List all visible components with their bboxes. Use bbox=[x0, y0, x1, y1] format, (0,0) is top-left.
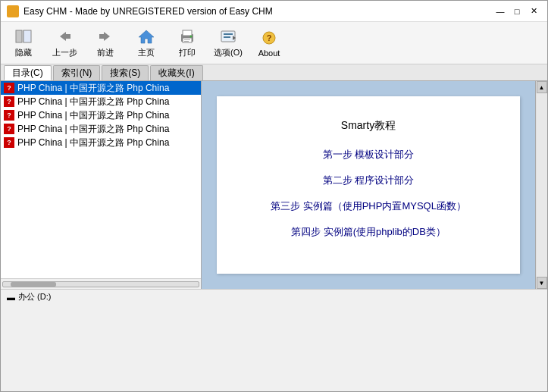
title-text: Easy CHM - Made by UNREGISTERED version … bbox=[7, 5, 273, 17]
content-area: ? PHP China | 中国开源之路 Php China ? PHP Chi… bbox=[1, 81, 547, 289]
list-item[interactable]: ? PHP China | 中国开源之路 Php China bbox=[1, 136, 201, 149]
content-frame: Smarty教程 第一步 模板设计部分 第二步 程序设计部分 第三步 实例篇（使… bbox=[217, 96, 520, 274]
content-link-4[interactable]: 第四步 实例篇(使用phplib的DB类） bbox=[291, 225, 446, 239]
list-item[interactable]: ? PHP China | 中国开源之路 Php China bbox=[1, 122, 201, 136]
maximize-button[interactable]: □ bbox=[509, 5, 525, 17]
tabs-bar: 目录(C) 索引(N) 搜索(S) 收藏夹(I) bbox=[1, 64, 547, 81]
forward-button[interactable]: 前进 bbox=[86, 25, 125, 61]
content-link-2[interactable]: 第二步 程序设计部分 bbox=[323, 174, 415, 187]
title-bar: Easy CHM - Made by UNREGISTERED version … bbox=[1, 1, 547, 22]
status-icon: ▬ bbox=[7, 293, 15, 302]
svg-rect-15 bbox=[224, 33, 233, 35]
svg-rect-0 bbox=[16, 30, 22, 42]
item-icon: ? bbox=[4, 137, 14, 148]
options-button[interactable]: 选项(O) bbox=[208, 25, 248, 61]
content-title: Smarty教程 bbox=[341, 119, 396, 133]
back-label: 上一步 bbox=[52, 47, 77, 58]
hide-icon bbox=[14, 27, 33, 45]
svg-rect-11 bbox=[184, 39, 190, 40]
list-item-text: PHP China | 中国开源之路 Php China bbox=[17, 109, 169, 122]
svg-marker-5 bbox=[104, 32, 110, 41]
svg-rect-9 bbox=[183, 30, 192, 36]
svg-marker-3 bbox=[60, 32, 66, 41]
content-link-1[interactable]: 第一步 模板设计部分 bbox=[323, 148, 415, 162]
item-icon: ? bbox=[4, 124, 14, 134]
print-icon bbox=[178, 27, 196, 45]
list-item[interactable]: ? PHP China | 中国开源之路 Php China bbox=[1, 108, 201, 122]
item-icon: ? bbox=[4, 83, 14, 93]
tab-favorites[interactable]: 收藏夹(I) bbox=[150, 65, 202, 80]
item-icon: ? bbox=[4, 96, 14, 107]
left-scroll[interactable] bbox=[1, 278, 201, 289]
home-button[interactable]: 主页 bbox=[127, 25, 166, 61]
toolbar: 隐藏 上一步 前进 主页 bbox=[1, 22, 547, 64]
list-item[interactable]: ? PHP China | 中国开源之路 Php China bbox=[1, 95, 201, 108]
forward-icon bbox=[96, 27, 114, 45]
list-item-text: PHP China | 中国开源之路 Php China bbox=[17, 136, 169, 149]
scroll-track[interactable] bbox=[537, 93, 547, 277]
options-label: 选项(O) bbox=[214, 47, 243, 58]
list-item[interactable]: ? PHP China | 中国开源之路 Php China bbox=[1, 81, 201, 95]
app-icon bbox=[7, 5, 19, 17]
print-button[interactable]: 打印 bbox=[168, 25, 207, 61]
hide-label: 隐藏 bbox=[15, 47, 32, 58]
svg-rect-16 bbox=[224, 36, 230, 38]
svg-rect-4 bbox=[66, 34, 70, 39]
about-label: About bbox=[258, 49, 280, 58]
status-text: 办公 (D:) bbox=[18, 291, 51, 303]
list-item-text: PHP China | 中国开源之路 Php China bbox=[17, 123, 169, 136]
content-link-3[interactable]: 第三步 实例篇（使用PHP内置MYSQL函数） bbox=[271, 199, 466, 213]
list-item-text: PHP China | 中国开源之路 Php China bbox=[17, 96, 169, 108]
left-panel-list: ? PHP China | 中国开源之路 Php China ? PHP Chi… bbox=[1, 81, 201, 278]
options-icon bbox=[219, 27, 237, 45]
back-button[interactable]: 上一步 bbox=[45, 25, 84, 61]
vertical-scrollbar[interactable]: ▲ ▼ bbox=[535, 81, 547, 289]
svg-rect-12 bbox=[184, 41, 189, 42]
about-icon: ? bbox=[260, 29, 278, 47]
home-icon bbox=[137, 27, 155, 45]
scroll-down-arrow[interactable]: ▼ bbox=[537, 277, 547, 289]
about-button[interactable]: ? About bbox=[249, 25, 289, 61]
close-button[interactable]: ✕ bbox=[526, 5, 541, 17]
svg-rect-6 bbox=[99, 34, 104, 39]
window-title: Easy CHM - Made by UNREGISTERED version … bbox=[23, 6, 273, 17]
scroll-up-arrow[interactable]: ▲ bbox=[537, 81, 547, 93]
svg-text:?: ? bbox=[267, 33, 272, 42]
hide-button[interactable]: 隐藏 bbox=[4, 25, 43, 61]
list-item-text: PHP China | 中国开源之路 Php China bbox=[17, 82, 169, 95]
svg-point-13 bbox=[190, 36, 193, 38]
svg-rect-2 bbox=[23, 30, 31, 42]
status-bar: ▬ 办公 (D:) bbox=[1, 289, 547, 304]
print-label: 打印 bbox=[179, 47, 196, 58]
back-icon bbox=[55, 27, 74, 45]
svg-marker-7 bbox=[139, 30, 154, 43]
minimize-button[interactable]: — bbox=[493, 5, 508, 17]
left-panel: ? PHP China | 中国开源之路 Php China ? PHP Chi… bbox=[1, 81, 202, 289]
tab-search[interactable]: 搜索(S) bbox=[102, 65, 149, 80]
item-icon: ? bbox=[4, 110, 14, 121]
tab-index[interactable]: 索引(N) bbox=[53, 65, 101, 80]
home-label: 主页 bbox=[138, 47, 155, 58]
right-panel: ▲ ▼ Smarty教程 第一步 模板设计部分 第二步 程序设计部分 第三步 实… bbox=[202, 81, 547, 289]
scroll-thumb[interactable] bbox=[11, 282, 56, 287]
window-controls: — □ ✕ bbox=[493, 5, 541, 17]
forward-label: 前进 bbox=[97, 47, 114, 58]
horizontal-scrollbar[interactable] bbox=[2, 281, 199, 287]
tab-contents[interactable]: 目录(C) bbox=[4, 65, 52, 80]
